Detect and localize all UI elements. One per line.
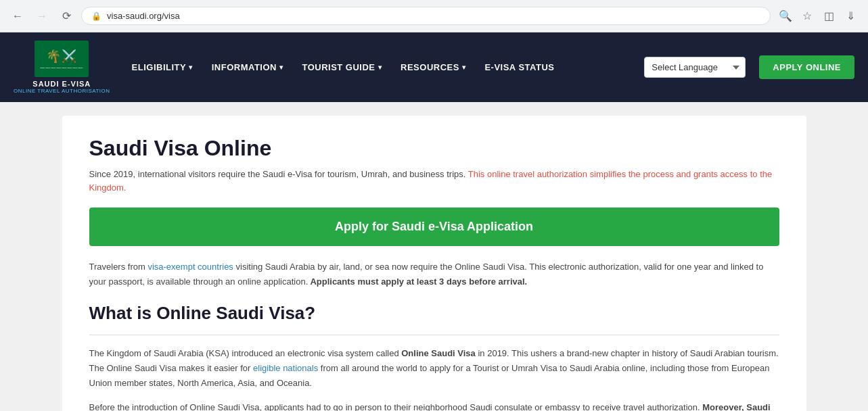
logo-line1: SAUDI E-VISA — [14, 80, 110, 88]
no-tourist-visa-bold: Moreover, Saudi Arabia didn't provide an… — [89, 402, 771, 411]
bookmark-icon[interactable]: ☆ — [798, 7, 817, 26]
what-is-section-title: What is Online Saudi Visa? — [89, 303, 779, 324]
nav-tourist-guide-label: TOURIST GUIDE — [302, 62, 375, 72]
visa-info-paragraph: Travelers from visa-exempt countries vis… — [89, 260, 779, 289]
visa-info-bold: Applicants must apply at least 3 days be… — [308, 276, 527, 287]
saudi-flag: 🌴⚔️ ———————— — [35, 41, 89, 77]
chevron-down-icon: ▾ — [279, 64, 283, 71]
chevron-down-icon: ▾ — [189, 64, 193, 71]
nav-evisa-status-label: E-VISA STATUS — [484, 62, 554, 72]
main-wrapper: Saudi Visa Online Since 2019, internatio… — [0, 102, 868, 411]
online-saudi-visa-bold-1: Online Saudi Visa — [401, 348, 476, 358]
section-divider — [89, 335, 779, 335]
subtitle-text: Since 2019, international visitors requi… — [89, 169, 466, 179]
flag-emblem: 🌴⚔️ ———————— — [40, 49, 83, 70]
nav-information-label: INFORMATION — [212, 62, 277, 72]
nav-eligibility-label: ELIGIBILITY — [132, 62, 187, 72]
language-select[interactable]: Select Language English Arabic French Sp… — [644, 57, 746, 78]
nav-information[interactable]: INFORMATION ▾ — [204, 57, 292, 78]
nav-eligibility[interactable]: ELIGIBILITY ▾ — [124, 57, 201, 78]
visa-info-text-before-link: Travelers from — [89, 262, 148, 272]
logo-text: SAUDI E-VISA ONLINE TRAVEL AUTHORISATION — [14, 80, 110, 94]
header-apply-button[interactable]: APPLY ONLINE — [759, 55, 854, 79]
nav-tourist-guide[interactable]: TOURIST GUIDE ▾ — [294, 57, 390, 78]
logo-area: 🌴⚔️ ———————— SAUDI E-VISA ONLINE TRAVEL … — [14, 41, 110, 94]
nav-evisa-status[interactable]: E-VISA STATUS — [476, 57, 562, 78]
nav-menu: ELIGIBILITY ▾ INFORMATION ▾ TOURIST GUID… — [124, 57, 631, 78]
nav-resources[interactable]: RESOURCES ▾ — [392, 57, 474, 78]
chevron-down-icon: ▾ — [462, 64, 466, 71]
site-header: 🌴⚔️ ———————— SAUDI E-VISA ONLINE TRAVEL … — [0, 32, 868, 102]
page-title: Saudi Visa Online — [89, 136, 779, 161]
browser-actions: 🔍 ☆ ◫ ⇓ — [776, 7, 860, 26]
logo-line2: ONLINE TRAVEL AUTHORISATION — [14, 88, 110, 94]
browser-chrome: ← → ⟳ 🔒 visa-saudi.org/visa 🔍 ☆ ◫ ⇓ — [0, 0, 868, 32]
chevron-down-icon: ▾ — [378, 64, 382, 71]
url-text: visa-saudi.org/visa — [107, 11, 760, 21]
visa-exempt-countries-link[interactable]: visa-exempt countries — [147, 262, 233, 272]
search-icon[interactable]: 🔍 — [776, 7, 795, 26]
body-paragraph-1: The Kingdom of Saudi Arabia (KSA) introd… — [89, 346, 779, 391]
main-apply-button[interactable]: Apply for Saudi e-Visa Application — [89, 208, 779, 246]
extensions-icon[interactable]: ◫ — [819, 7, 838, 26]
content-card: Saudi Visa Online Since 2019, internatio… — [62, 116, 806, 411]
security-icon: 🔒 — [91, 11, 101, 21]
forward-button[interactable]: → — [32, 7, 51, 26]
address-bar[interactable]: 🔒 visa-saudi.org/visa — [81, 7, 771, 25]
body-paragraph-2: Before the introduction of Online Saudi … — [89, 400, 779, 411]
back-button[interactable]: ← — [8, 7, 27, 26]
reload-button[interactable]: ⟳ — [57, 7, 76, 26]
eligible-nationals-link[interactable]: eligible nationals — [253, 363, 318, 373]
subtitle: Since 2019, international visitors requi… — [89, 168, 779, 194]
nav-resources-label: RESOURCES — [401, 62, 459, 72]
download-icon[interactable]: ⇓ — [841, 7, 860, 26]
